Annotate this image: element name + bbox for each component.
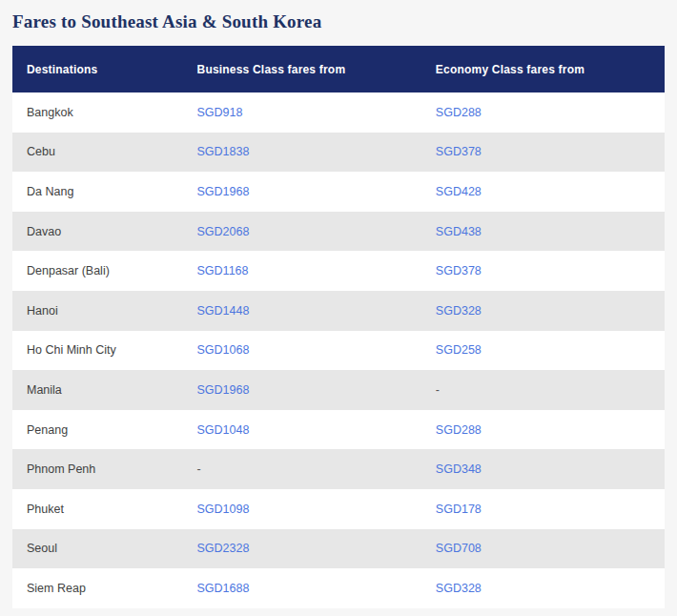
economy-fare-cell: SGD288 (421, 410, 665, 450)
destination-cell: Cebu (12, 133, 183, 173)
business-fare-link[interactable]: SGD1968 (197, 185, 250, 198)
business-fare-cell: SGD1168 (183, 251, 421, 291)
economy-fare-link[interactable]: SGD428 (436, 185, 482, 198)
table-row: Ho Chi Minh City SGD1068 SGD258 (12, 331, 665, 371)
economy-fare-cell: SGD258 (421, 331, 665, 371)
business-fare-link[interactable]: SGD1068 (197, 343, 250, 357)
economy-fare-link[interactable]: SGD708 (436, 542, 482, 555)
business-fare-link[interactable]: SGD1448 (197, 304, 250, 318)
table-row: Denpasar (Bali) SGD1168 SGD378 (12, 251, 665, 291)
business-fare-cell: SGD2068 (183, 212, 421, 252)
business-fare-cell: SGD1968 (183, 370, 421, 410)
business-fare-link[interactable]: SGD2328 (197, 542, 250, 555)
economy-fare-link[interactable]: SGD378 (436, 264, 482, 277)
economy-fare-empty: - (436, 383, 440, 397)
destination-cell: Ho Chi Minh City (12, 331, 183, 371)
economy-fare-cell: - (421, 370, 665, 410)
business-fare-link[interactable]: SGD1048 (197, 423, 250, 437)
table-row: Phuket SGD1098 SGD178 (12, 489, 665, 529)
page-title: Fares to Southeast Asia & South Korea (12, 11, 665, 32)
business-fare-link[interactable]: SGD918 (197, 106, 243, 119)
table-row: Davao SGD2068 SGD438 (12, 212, 665, 252)
economy-fare-cell: SGD178 (421, 489, 665, 529)
destination-cell: Denpasar (Bali) (12, 251, 183, 291)
table-row: Phnom Penh - SGD348 (12, 449, 665, 489)
business-fare-link[interactable]: SGD1968 (197, 383, 250, 397)
fares-table-body: Bangkok SGD918 SGD288 Cebu SGD1838 SGD37… (12, 92, 665, 608)
destination-cell: Phnom Penh (12, 449, 183, 489)
economy-fare-cell: SGD378 (421, 251, 665, 291)
economy-fare-link[interactable]: SGD178 (436, 503, 482, 516)
economy-fare-link[interactable]: SGD328 (436, 304, 482, 318)
economy-fare-cell: SGD328 (421, 568, 665, 608)
economy-fare-link[interactable]: SGD348 (436, 462, 482, 476)
economy-fare-link[interactable]: SGD378 (436, 145, 482, 158)
table-row: Siem Reap SGD1688 SGD328 (12, 568, 665, 608)
table-row: Cebu SGD1838 SGD378 (12, 133, 665, 173)
business-fare-cell: SGD1968 (183, 172, 421, 212)
destination-cell: Da Nang (12, 172, 183, 212)
business-fare-cell: - (183, 449, 421, 489)
economy-fare-cell: SGD438 (421, 212, 665, 252)
business-fare-link[interactable]: SGD1168 (197, 264, 249, 277)
economy-fare-cell: SGD378 (421, 133, 665, 173)
destination-cell: Manila (12, 370, 183, 410)
economy-fare-link[interactable]: SGD328 (436, 582, 482, 595)
table-row: Hanoi SGD1448 SGD328 (12, 291, 665, 331)
economy-fare-cell: SGD708 (421, 529, 665, 569)
business-fare-cell: SGD1448 (183, 291, 421, 331)
business-fare-cell: SGD2328 (183, 529, 421, 569)
economy-fare-cell: SGD348 (421, 449, 665, 489)
destination-cell: Bangkok (12, 92, 183, 133)
destination-cell: Davao (12, 212, 183, 252)
business-fare-cell: SGD1098 (183, 489, 421, 529)
table-row: Seoul SGD2328 SGD708 (12, 529, 665, 569)
economy-fare-cell: SGD428 (421, 172, 665, 212)
destination-cell: Phuket (12, 489, 183, 529)
economy-fare-cell: SGD288 (421, 92, 665, 133)
table-row: Manila SGD1968 - (12, 370, 665, 410)
destination-cell: Penang (12, 410, 183, 450)
table-row: Bangkok SGD918 SGD288 (12, 92, 665, 133)
destination-cell: Siem Reap (12, 568, 183, 608)
economy-fare-link[interactable]: SGD258 (436, 343, 482, 357)
fares-page: Fares to Southeast Asia & South Korea De… (0, 0, 677, 616)
economy-fare-link[interactable]: SGD288 (436, 106, 482, 119)
business-fare-cell: SGD1048 (183, 410, 421, 450)
column-header-destinations: Destinations (12, 46, 183, 92)
table-row: Penang SGD1048 SGD288 (12, 410, 665, 450)
fares-table: Destinations Business Class fares from E… (12, 46, 665, 608)
business-fare-cell: SGD1068 (183, 331, 421, 371)
business-fare-link[interactable]: SGD1838 (197, 145, 250, 158)
destination-cell: Seoul (12, 529, 183, 569)
economy-fare-link[interactable]: SGD438 (436, 225, 482, 238)
table-row: Da Nang SGD1968 SGD428 (12, 172, 665, 212)
fares-table-header: Destinations Business Class fares from E… (12, 46, 665, 92)
business-fare-cell: SGD1838 (183, 133, 421, 173)
business-fare-link[interactable]: SGD2068 (197, 225, 250, 238)
destination-cell: Hanoi (12, 291, 183, 331)
economy-fare-link[interactable]: SGD288 (436, 423, 482, 437)
economy-fare-cell: SGD328 (421, 291, 665, 331)
business-fare-link[interactable]: SGD1098 (197, 503, 250, 516)
column-header-business-class: Business Class fares from (183, 46, 421, 92)
business-fare-empty: - (197, 462, 201, 476)
column-header-economy-class: Economy Class fares from (421, 46, 665, 92)
business-fare-cell: SGD1688 (183, 568, 421, 608)
business-fare-cell: SGD918 (183, 92, 421, 133)
business-fare-link[interactable]: SGD1688 (197, 582, 250, 595)
